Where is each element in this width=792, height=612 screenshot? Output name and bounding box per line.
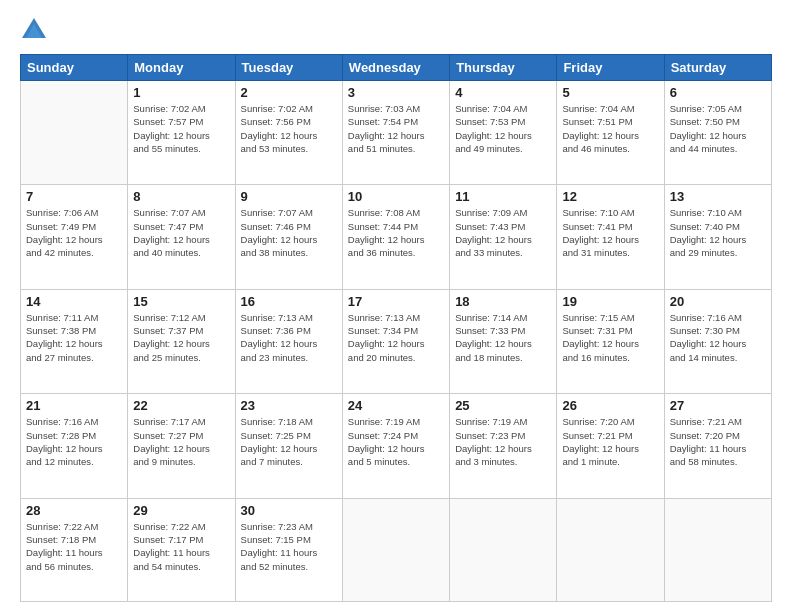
calendar-cell: 17Sunrise: 7:13 AMSunset: 7:34 PMDayligh… (342, 289, 449, 393)
weekday-header: Wednesday (342, 55, 449, 81)
calendar-cell: 7Sunrise: 7:06 AMSunset: 7:49 PMDaylight… (21, 185, 128, 289)
day-info: Sunrise: 7:19 AMSunset: 7:23 PMDaylight:… (455, 415, 551, 468)
calendar-cell: 24Sunrise: 7:19 AMSunset: 7:24 PMDayligh… (342, 394, 449, 498)
weekday-header: Saturday (664, 55, 771, 81)
calendar-cell: 27Sunrise: 7:21 AMSunset: 7:20 PMDayligh… (664, 394, 771, 498)
day-number: 30 (241, 503, 337, 518)
weekday-header: Monday (128, 55, 235, 81)
weekday-header: Tuesday (235, 55, 342, 81)
day-info: Sunrise: 7:03 AMSunset: 7:54 PMDaylight:… (348, 102, 444, 155)
calendar-cell: 14Sunrise: 7:11 AMSunset: 7:38 PMDayligh… (21, 289, 128, 393)
day-info: Sunrise: 7:22 AMSunset: 7:18 PMDaylight:… (26, 520, 122, 573)
weekday-header: Thursday (450, 55, 557, 81)
day-info: Sunrise: 7:14 AMSunset: 7:33 PMDaylight:… (455, 311, 551, 364)
day-number: 18 (455, 294, 551, 309)
day-info: Sunrise: 7:20 AMSunset: 7:21 PMDaylight:… (562, 415, 658, 468)
calendar-cell: 21Sunrise: 7:16 AMSunset: 7:28 PMDayligh… (21, 394, 128, 498)
weekday-header: Friday (557, 55, 664, 81)
day-info: Sunrise: 7:13 AMSunset: 7:36 PMDaylight:… (241, 311, 337, 364)
day-info: Sunrise: 7:08 AMSunset: 7:44 PMDaylight:… (348, 206, 444, 259)
day-info: Sunrise: 7:02 AMSunset: 7:57 PMDaylight:… (133, 102, 229, 155)
day-info: Sunrise: 7:06 AMSunset: 7:49 PMDaylight:… (26, 206, 122, 259)
day-number: 14 (26, 294, 122, 309)
day-number: 6 (670, 85, 766, 100)
day-number: 16 (241, 294, 337, 309)
calendar-cell: 23Sunrise: 7:18 AMSunset: 7:25 PMDayligh… (235, 394, 342, 498)
calendar-cell (450, 498, 557, 601)
calendar-week-row: 1Sunrise: 7:02 AMSunset: 7:57 PMDaylight… (21, 81, 772, 185)
calendar-cell: 4Sunrise: 7:04 AMSunset: 7:53 PMDaylight… (450, 81, 557, 185)
day-number: 19 (562, 294, 658, 309)
day-number: 15 (133, 294, 229, 309)
day-number: 1 (133, 85, 229, 100)
day-info: Sunrise: 7:16 AMSunset: 7:30 PMDaylight:… (670, 311, 766, 364)
calendar-cell: 20Sunrise: 7:16 AMSunset: 7:30 PMDayligh… (664, 289, 771, 393)
day-number: 9 (241, 189, 337, 204)
day-info: Sunrise: 7:11 AMSunset: 7:38 PMDaylight:… (26, 311, 122, 364)
day-info: Sunrise: 7:04 AMSunset: 7:51 PMDaylight:… (562, 102, 658, 155)
day-info: Sunrise: 7:10 AMSunset: 7:40 PMDaylight:… (670, 206, 766, 259)
calendar-cell: 5Sunrise: 7:04 AMSunset: 7:51 PMDaylight… (557, 81, 664, 185)
calendar-week-row: 14Sunrise: 7:11 AMSunset: 7:38 PMDayligh… (21, 289, 772, 393)
calendar-cell: 28Sunrise: 7:22 AMSunset: 7:18 PMDayligh… (21, 498, 128, 601)
day-number: 20 (670, 294, 766, 309)
day-info: Sunrise: 7:05 AMSunset: 7:50 PMDaylight:… (670, 102, 766, 155)
calendar-cell: 8Sunrise: 7:07 AMSunset: 7:47 PMDaylight… (128, 185, 235, 289)
day-number: 7 (26, 189, 122, 204)
calendar-cell: 29Sunrise: 7:22 AMSunset: 7:17 PMDayligh… (128, 498, 235, 601)
calendar-cell: 10Sunrise: 7:08 AMSunset: 7:44 PMDayligh… (342, 185, 449, 289)
calendar-cell (21, 81, 128, 185)
calendar-cell (342, 498, 449, 601)
calendar-week-row: 21Sunrise: 7:16 AMSunset: 7:28 PMDayligh… (21, 394, 772, 498)
calendar-cell: 9Sunrise: 7:07 AMSunset: 7:46 PMDaylight… (235, 185, 342, 289)
calendar-cell: 22Sunrise: 7:17 AMSunset: 7:27 PMDayligh… (128, 394, 235, 498)
calendar-cell: 2Sunrise: 7:02 AMSunset: 7:56 PMDaylight… (235, 81, 342, 185)
day-number: 2 (241, 85, 337, 100)
day-number: 23 (241, 398, 337, 413)
calendar-cell (664, 498, 771, 601)
day-info: Sunrise: 7:23 AMSunset: 7:15 PMDaylight:… (241, 520, 337, 573)
day-info: Sunrise: 7:21 AMSunset: 7:20 PMDaylight:… (670, 415, 766, 468)
day-number: 5 (562, 85, 658, 100)
day-info: Sunrise: 7:16 AMSunset: 7:28 PMDaylight:… (26, 415, 122, 468)
day-info: Sunrise: 7:04 AMSunset: 7:53 PMDaylight:… (455, 102, 551, 155)
calendar-cell: 26Sunrise: 7:20 AMSunset: 7:21 PMDayligh… (557, 394, 664, 498)
day-number: 13 (670, 189, 766, 204)
calendar-cell: 19Sunrise: 7:15 AMSunset: 7:31 PMDayligh… (557, 289, 664, 393)
calendar-week-row: 28Sunrise: 7:22 AMSunset: 7:18 PMDayligh… (21, 498, 772, 601)
calendar-cell: 13Sunrise: 7:10 AMSunset: 7:40 PMDayligh… (664, 185, 771, 289)
calendar-cell: 11Sunrise: 7:09 AMSunset: 7:43 PMDayligh… (450, 185, 557, 289)
calendar-cell (557, 498, 664, 601)
day-number: 21 (26, 398, 122, 413)
calendar-header-row: SundayMondayTuesdayWednesdayThursdayFrid… (21, 55, 772, 81)
day-number: 10 (348, 189, 444, 204)
day-number: 8 (133, 189, 229, 204)
calendar-cell: 6Sunrise: 7:05 AMSunset: 7:50 PMDaylight… (664, 81, 771, 185)
day-info: Sunrise: 7:10 AMSunset: 7:41 PMDaylight:… (562, 206, 658, 259)
calendar-cell: 18Sunrise: 7:14 AMSunset: 7:33 PMDayligh… (450, 289, 557, 393)
day-info: Sunrise: 7:02 AMSunset: 7:56 PMDaylight:… (241, 102, 337, 155)
day-info: Sunrise: 7:15 AMSunset: 7:31 PMDaylight:… (562, 311, 658, 364)
day-info: Sunrise: 7:19 AMSunset: 7:24 PMDaylight:… (348, 415, 444, 468)
calendar-cell: 16Sunrise: 7:13 AMSunset: 7:36 PMDayligh… (235, 289, 342, 393)
day-info: Sunrise: 7:13 AMSunset: 7:34 PMDaylight:… (348, 311, 444, 364)
weekday-header: Sunday (21, 55, 128, 81)
day-number: 24 (348, 398, 444, 413)
day-number: 28 (26, 503, 122, 518)
day-info: Sunrise: 7:07 AMSunset: 7:46 PMDaylight:… (241, 206, 337, 259)
calendar-week-row: 7Sunrise: 7:06 AMSunset: 7:49 PMDaylight… (21, 185, 772, 289)
calendar-cell: 15Sunrise: 7:12 AMSunset: 7:37 PMDayligh… (128, 289, 235, 393)
logo (20, 16, 50, 44)
day-info: Sunrise: 7:12 AMSunset: 7:37 PMDaylight:… (133, 311, 229, 364)
calendar-cell: 30Sunrise: 7:23 AMSunset: 7:15 PMDayligh… (235, 498, 342, 601)
day-number: 25 (455, 398, 551, 413)
day-number: 27 (670, 398, 766, 413)
calendar-table: SundayMondayTuesdayWednesdayThursdayFrid… (20, 54, 772, 602)
day-info: Sunrise: 7:17 AMSunset: 7:27 PMDaylight:… (133, 415, 229, 468)
day-info: Sunrise: 7:09 AMSunset: 7:43 PMDaylight:… (455, 206, 551, 259)
page: SundayMondayTuesdayWednesdayThursdayFrid… (0, 0, 792, 612)
day-number: 3 (348, 85, 444, 100)
day-number: 11 (455, 189, 551, 204)
calendar-cell: 1Sunrise: 7:02 AMSunset: 7:57 PMDaylight… (128, 81, 235, 185)
day-number: 22 (133, 398, 229, 413)
